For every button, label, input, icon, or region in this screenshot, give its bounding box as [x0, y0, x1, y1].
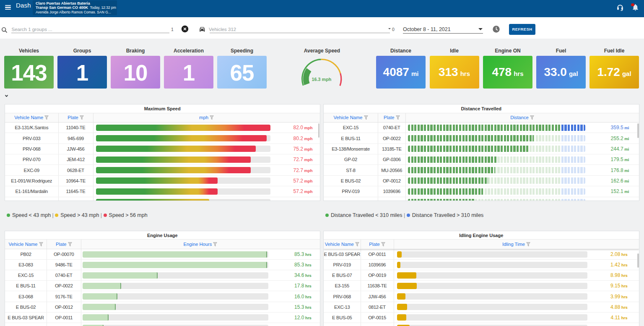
svg-text:16.3 mph: 16.3 mph	[312, 77, 332, 82]
